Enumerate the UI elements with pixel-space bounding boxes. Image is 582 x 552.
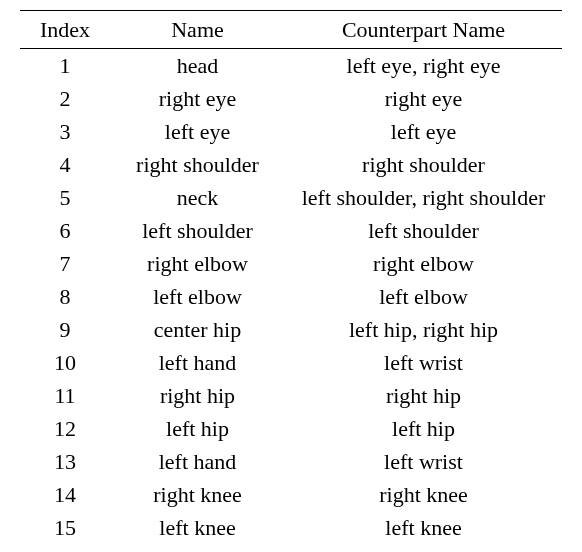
cell-index: 5 xyxy=(20,181,110,214)
cell-name: left knee xyxy=(110,511,285,544)
cell-index: 12 xyxy=(20,412,110,445)
cell-name: right foot xyxy=(110,544,285,552)
cell-counterpart: right elbow xyxy=(285,247,562,280)
cell-index: 3 xyxy=(20,115,110,148)
cell-counterpart: left eye xyxy=(285,115,562,148)
cell-name: center hip xyxy=(110,313,285,346)
table-row: 3 left eye left eye xyxy=(20,115,562,148)
cell-index: 11 xyxy=(20,379,110,412)
cell-name: left hip xyxy=(110,412,285,445)
cell-counterpart: left shoulder, right shoulder xyxy=(285,181,562,214)
cell-index: 16 xyxy=(20,544,110,552)
table-row: 2 right eye right eye xyxy=(20,82,562,115)
table-row: 5 neck left shoulder, right shoulder xyxy=(20,181,562,214)
table-row: 16 right foot right ankle xyxy=(20,544,562,552)
cell-counterpart: left wrist xyxy=(285,346,562,379)
cell-name: left hand xyxy=(110,445,285,478)
cell-index: 4 xyxy=(20,148,110,181)
table-row: 9 center hip left hip, right hip xyxy=(20,313,562,346)
cell-name: right knee xyxy=(110,478,285,511)
cell-index: 6 xyxy=(20,214,110,247)
cell-counterpart: right shoulder xyxy=(285,148,562,181)
table-container: Index Name Counterpart Name 1 head left … xyxy=(0,0,582,552)
cell-index: 2 xyxy=(20,82,110,115)
table-row: 15 left knee left knee xyxy=(20,511,562,544)
cell-name: left hand xyxy=(110,346,285,379)
cell-index: 8 xyxy=(20,280,110,313)
cell-name: right elbow xyxy=(110,247,285,280)
cell-counterpart: left elbow xyxy=(285,280,562,313)
cell-name: right eye xyxy=(110,82,285,115)
cell-name: right hip xyxy=(110,379,285,412)
cell-counterpart: left hip, right hip xyxy=(285,313,562,346)
table-row: 8 left elbow left elbow xyxy=(20,280,562,313)
table-row: 1 head left eye, right eye xyxy=(20,49,562,83)
cell-name: left shoulder xyxy=(110,214,285,247)
table-row: 12 left hip left hip xyxy=(20,412,562,445)
column-header-name: Name xyxy=(110,11,285,49)
cell-name: left eye xyxy=(110,115,285,148)
cell-index: 7 xyxy=(20,247,110,280)
column-header-counterpart: Counterpart Name xyxy=(285,11,562,49)
cell-index: 9 xyxy=(20,313,110,346)
keypoint-mapping-table: Index Name Counterpart Name 1 head left … xyxy=(20,10,562,552)
cell-name: left elbow xyxy=(110,280,285,313)
cell-index: 1 xyxy=(20,49,110,83)
table-row: 6 left shoulder left shoulder xyxy=(20,214,562,247)
table-row: 14 right knee right knee xyxy=(20,478,562,511)
table-header-row: Index Name Counterpart Name xyxy=(20,11,562,49)
table-row: 13 left hand left wrist xyxy=(20,445,562,478)
table-row: 7 right elbow right elbow xyxy=(20,247,562,280)
table-row: 10 left hand left wrist xyxy=(20,346,562,379)
cell-name: neck xyxy=(110,181,285,214)
table-row: 11 right hip right hip xyxy=(20,379,562,412)
cell-name: right shoulder xyxy=(110,148,285,181)
cell-counterpart: right hip xyxy=(285,379,562,412)
cell-counterpart: left shoulder xyxy=(285,214,562,247)
cell-counterpart: right ankle xyxy=(285,544,562,552)
column-header-index: Index xyxy=(20,11,110,49)
cell-index: 14 xyxy=(20,478,110,511)
table-row: 4 right shoulder right shoulder xyxy=(20,148,562,181)
cell-counterpart: right eye xyxy=(285,82,562,115)
cell-name: head xyxy=(110,49,285,83)
cell-index: 15 xyxy=(20,511,110,544)
cell-counterpart: left knee xyxy=(285,511,562,544)
cell-index: 10 xyxy=(20,346,110,379)
cell-counterpart: left hip xyxy=(285,412,562,445)
cell-index: 13 xyxy=(20,445,110,478)
cell-counterpart: right knee xyxy=(285,478,562,511)
cell-counterpart: left wrist xyxy=(285,445,562,478)
cell-counterpart: left eye, right eye xyxy=(285,49,562,83)
